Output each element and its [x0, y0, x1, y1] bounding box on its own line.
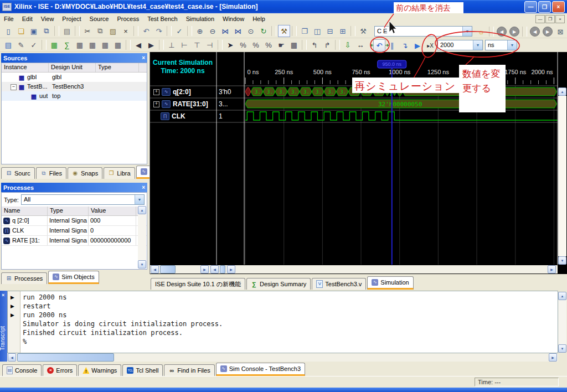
- menu-help[interactable]: Help: [249, 14, 269, 23]
- save-icon[interactable]: ▣: [28, 25, 40, 37]
- search-combo-dropdown-icon[interactable]: ▼: [462, 27, 472, 36]
- new-source-icon[interactable]: ▤: [2, 39, 14, 51]
- sources-tab-files[interactable]: ⧉Files: [36, 167, 66, 179]
- menu-simulation[interactable]: Simulation: [182, 14, 218, 23]
- console-scroll-down-icon[interactable]: ▼: [558, 344, 566, 353]
- pointer-icon[interactable]: ➤: [224, 39, 236, 51]
- mdi-restore-button[interactable]: ❐: [545, 15, 555, 23]
- compile-hammer-icon[interactable]: ⚒: [278, 25, 290, 37]
- type-filter-select[interactable]: All ▼: [21, 194, 145, 205]
- menu-edit[interactable]: Edit: [18, 14, 37, 23]
- console-scroll-up-icon[interactable]: ▲: [558, 292, 566, 300]
- wave-scroll-down-icon[interactable]: ▼: [558, 256, 566, 265]
- open-folder-icon[interactable]: ❏: [15, 25, 27, 37]
- wave-signal-row-q-2-0[interactable]: +∿q[2:0]3'h0: [150, 86, 244, 98]
- processes-scrollbar[interactable]: [138, 214, 146, 261]
- bottom-tab-sim-console-testbench3[interactable]: ∿Sim Console - TestBench3: [216, 363, 305, 376]
- sources-column-type[interactable]: Type: [96, 63, 139, 72]
- check-syntax-icon[interactable]: ✓: [173, 25, 185, 37]
- type-filter-dropdown-icon[interactable]: ▼: [135, 195, 144, 204]
- wave-hscroll2-thumb[interactable]: [220, 265, 225, 274]
- mdi-close-button[interactable]: ×: [555, 15, 565, 23]
- chip-route-icon[interactable]: ▦: [86, 39, 99, 51]
- zoom-doc-icon[interactable]: ⊙: [245, 25, 257, 37]
- bottom-tab-tcl-shell[interactable]: TCLTcl Shell: [122, 364, 163, 376]
- wave-hscroll-end-right-icon[interactable]: ▶: [548, 265, 556, 274]
- restore-button[interactable]: ❐: [538, 1, 551, 13]
- processes-close-icon[interactable]: ×: [142, 184, 145, 190]
- sources-tree-row-uut[interactable]: ▦uuttop: [2, 91, 147, 101]
- history-back-icon[interactable]: ◀: [530, 27, 540, 37]
- document-tab-testbench3-v[interactable]: VTestBench3.v: [312, 278, 366, 290]
- simulation-time-dropdown-icon[interactable]: ▼: [473, 40, 482, 50]
- sources-tab-libra[interactable]: ❒Libra: [104, 167, 135, 179]
- marker-prev-icon[interactable]: ⊢: [178, 39, 190, 51]
- delete-icon[interactable]: ×: [120, 25, 132, 37]
- console-hscroll-right-icon[interactable]: ▶: [549, 353, 557, 362]
- sources-tab-sourc[interactable]: ⊟Sourc: [1, 167, 35, 179]
- processes-scroll-down-icon[interactable]: ▼: [138, 260, 146, 269]
- processes-tab-sim-objects[interactable]: ∿Sim Objects: [48, 271, 99, 284]
- history-forward-icon[interactable]: ▶: [543, 27, 553, 37]
- copy-icon[interactable]: ⧉: [94, 25, 106, 37]
- console-hscroll-left-icon[interactable]: ◀: [8, 353, 16, 362]
- menu-test-bench[interactable]: Test Bench: [143, 14, 181, 23]
- transcript-close-icon[interactable]: ×: [2, 292, 4, 298]
- add-divider-icon[interactable]: ⇩: [342, 39, 354, 51]
- chip-config-icon[interactable]: ▦: [112, 39, 124, 51]
- process-row-clk[interactable]: ∏CLKInternal Signa0: [2, 226, 147, 236]
- tile-grid-icon[interactable]: ⊞: [337, 25, 349, 37]
- chip-timing-icon[interactable]: ▦: [99, 39, 111, 51]
- edit-source-icon[interactable]: ✎: [15, 39, 27, 51]
- close-doc-icon[interactable]: ⊠: [554, 25, 566, 38]
- wave-hscroll-thumb[interactable]: [160, 265, 176, 274]
- sources-column-instance[interactable]: Instance: [2, 63, 49, 72]
- step-icon[interactable]: ↴: [399, 39, 411, 51]
- fit-selection-icon[interactable]: ⋈: [232, 25, 244, 37]
- fit-window-icon[interactable]: ⋈: [219, 25, 231, 37]
- marker-low-icon[interactable]: ⊥: [166, 39, 178, 51]
- chip-io-icon[interactable]: ▦: [74, 39, 86, 51]
- wave-hscroll-right-icon[interactable]: ▶: [200, 265, 209, 274]
- console-hscroll-thumb[interactable]: [17, 353, 114, 362]
- marker-high-icon[interactable]: ⊤: [191, 39, 203, 51]
- design-summary-icon[interactable]: ∑: [61, 39, 73, 51]
- paste-icon[interactable]: ▨: [107, 25, 119, 37]
- measure-icon[interactable]: ↔: [354, 39, 367, 51]
- nav-back-icon[interactable]: ◀: [497, 27, 507, 37]
- nav-forward-icon[interactable]: ▶: [509, 27, 519, 37]
- sources-close-icon[interactable]: ×: [142, 55, 145, 61]
- undo-icon[interactable]: ↶: [140, 25, 152, 37]
- bottom-tab-console[interactable]: ▤Console: [2, 364, 42, 376]
- wave-scroll-up-icon[interactable]: ▲: [558, 87, 566, 96]
- pan-hand-icon[interactable]: ☛: [275, 39, 287, 51]
- run-for-time-icon[interactable]: ▸X: [424, 39, 436, 51]
- zoom-pct-3-icon[interactable]: %: [262, 39, 275, 51]
- cut-icon[interactable]: ✂: [81, 25, 94, 37]
- minimize-button[interactable]: —: [524, 1, 537, 13]
- close-button[interactable]: ×: [552, 1, 565, 13]
- refresh-icon[interactable]: ↻: [257, 25, 270, 37]
- new-file-icon[interactable]: ▯: [2, 25, 14, 37]
- document-tab-simulation[interactable]: ∿Simulation: [367, 276, 413, 290]
- restart-icon[interactable]: ↶: [373, 39, 385, 51]
- cascade-windows-icon[interactable]: ❐: [298, 25, 311, 37]
- menu-view[interactable]: View: [37, 14, 58, 23]
- run-icon[interactable]: ▶: [411, 39, 424, 51]
- prev-window-icon[interactable]: ◀: [132, 39, 145, 51]
- processes-column-type[interactable]: Type: [48, 207, 89, 215]
- wave-hscroll2-left-icon[interactable]: ◀: [210, 265, 219, 274]
- edge-prev-icon[interactable]: ↰: [308, 39, 321, 51]
- tile-vertical-icon[interactable]: ⊟: [324, 25, 336, 37]
- menu-source[interactable]: Source: [86, 14, 113, 23]
- wave-signal-row-clk[interactable]: ∏CLK1: [150, 110, 244, 122]
- sources-tree-row-testb[interactable]: −▦TestB...TestBench3: [2, 82, 147, 91]
- save-all-icon[interactable]: ⧉: [40, 25, 53, 37]
- zoom-in-icon[interactable]: ⊕: [194, 25, 206, 37]
- wave-signal-row-rate-31-0[interactable]: +∿RATE[31:0]3...: [150, 98, 244, 110]
- sources-column-design-unit[interactable]: Design Unit: [49, 63, 96, 72]
- options-wrench-icon[interactable]: ⚒: [357, 25, 369, 37]
- wave-hscroll-left-icon[interactable]: ◀: [151, 265, 159, 274]
- redo-icon[interactable]: ↷: [153, 25, 165, 37]
- next-window-icon[interactable]: ▶: [145, 39, 157, 51]
